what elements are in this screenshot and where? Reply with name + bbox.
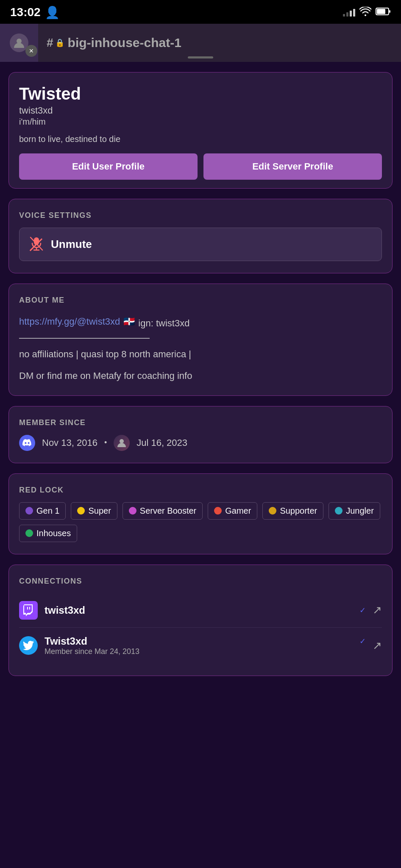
signal-bar-2 [346, 12, 348, 17]
external-link-icon[interactable]: ↗ [373, 604, 382, 617]
role-badge: Server Booster [123, 502, 203, 520]
role-color-dot [214, 507, 222, 515]
connection-username: Twist3xd [45, 635, 358, 647]
about-line1: no affiliations | quasi top 8 north amer… [19, 347, 382, 362]
member-since-section: MEMBER SINCE Nov 13, 2016 • Jul 16, 2023 [8, 406, 393, 463]
svg-rect-9 [29, 607, 30, 609]
muted-mic-icon [30, 236, 43, 252]
profile-pronouns: i'm/him [19, 117, 382, 127]
role-color-dot [129, 507, 136, 515]
member-since-label: MEMBER SINCE [19, 418, 382, 427]
role-color-dot [269, 507, 276, 515]
connection-info: twist3xd ✓ [45, 604, 366, 616]
roles-section: RED LOCK Gen 1 Super Server Booster Game… [8, 473, 393, 554]
server-icon [114, 435, 130, 451]
edit-user-profile-button[interactable]: Edit User Profile [19, 153, 198, 180]
person-icon: 👤 [45, 6, 60, 19]
role-label: Supporter [280, 506, 317, 516]
connection-info: Twist3xd ✓ Member since Mar 24, 2013 [45, 635, 366, 656]
flag-icon: 🇩🇴 [123, 316, 135, 327]
connection-username: twist3xd [45, 604, 358, 616]
role-badge: Jungler [329, 502, 380, 520]
time-display: 13:02 [10, 6, 41, 19]
profile-username: twist3xd [19, 105, 382, 116]
svg-rect-2 [389, 10, 390, 13]
channel-info: # 🔒 big-inhouse-chat-1 [38, 36, 401, 50]
role-badge: Supporter [262, 502, 323, 520]
roles-grid: Gen 1 Super Server Booster Gamer Support… [19, 502, 382, 542]
status-bar: 13:02 👤 [0, 0, 401, 24]
member-since-row: Nov 13, 2016 • Jul 16, 2023 [19, 435, 382, 451]
role-label: Server Booster [140, 506, 196, 516]
role-color-dot [25, 529, 33, 537]
channel-name-text: big-inhouse-chat-1 [68, 36, 181, 50]
about-me-label: ABOUT ME [19, 296, 382, 305]
svg-rect-10 [27, 607, 28, 609]
profile-action-buttons: Edit User Profile Edit Server Profile [19, 153, 382, 180]
date-separator: • [104, 438, 107, 447]
role-label: Gen 1 [36, 506, 59, 516]
edit-server-profile-button[interactable]: Edit Server Profile [203, 153, 382, 180]
channel-header: ✕ # 🔒 big-inhouse-chat-1 [0, 24, 401, 62]
role-color-dot [335, 507, 343, 515]
role-badge: Gamer [208, 502, 257, 520]
unmute-label: Unmute [51, 238, 92, 251]
verified-icon: ✓ [359, 637, 366, 646]
connections-label: CONNECTIONS [19, 577, 382, 586]
connections-list: twist3xd ✓ ↗ Twist3xd ✓ Member since Mar… [19, 593, 382, 664]
about-me-section: ABOUT ME https://mfy.gg/@twist3xd 🇩🇴 ign… [8, 284, 393, 396]
profile-card: Twisted twist3xd i'm/him born to live, d… [8, 72, 393, 189]
role-badge: Gen 1 [19, 502, 66, 520]
wifi-icon [359, 7, 371, 18]
channel-name-display: # 🔒 big-inhouse-chat-1 [47, 36, 393, 50]
signal-bar-1 [343, 14, 345, 17]
role-label: Inhouses [36, 529, 71, 538]
role-color-dot [77, 507, 85, 515]
connections-section: CONNECTIONS twist3xd ✓ ↗ Twist3xd [8, 565, 393, 676]
about-divider: —————————————— [19, 332, 382, 343]
hash-lock-icon: # 🔒 [47, 36, 64, 50]
server-join-date: Jul 16, 2023 [136, 437, 187, 448]
voice-settings-label: VOICE SETTINGS [19, 211, 382, 220]
role-label: Jungler [346, 506, 374, 516]
svg-point-8 [120, 439, 124, 443]
role-badge: Inhouses [19, 525, 77, 542]
profile-display-name: Twisted [19, 84, 382, 103]
unmute-button[interactable]: Unmute [19, 228, 382, 261]
verified-icon: ✓ [359, 606, 366, 615]
roles-label: RED LOCK [19, 486, 382, 495]
role-label: Super [88, 506, 111, 516]
about-me-content: https://mfy.gg/@twist3xd 🇩🇴 ign: twist3x… [19, 312, 382, 384]
drag-handle[interactable] [188, 56, 213, 58]
twitch-icon [19, 601, 38, 620]
close-button[interactable]: ✕ [25, 45, 37, 57]
voice-settings-section: VOICE SETTINGS Unmute [8, 199, 393, 273]
status-time-group: 13:02 👤 [10, 6, 60, 19]
discord-logo-icon [19, 435, 35, 451]
svg-rect-1 [377, 9, 385, 14]
status-icons [343, 7, 391, 18]
connection-item: twist3xd ✓ ↗ [19, 593, 382, 628]
profile-bio: born to live, destined to die [19, 134, 382, 144]
signal-bars [343, 8, 355, 17]
role-badge: Super [71, 502, 117, 520]
twitter-icon [19, 636, 38, 655]
battery-icon [376, 7, 391, 18]
connection-item: Twist3xd ✓ Member since Mar 24, 2013 ↗ [19, 628, 382, 664]
ign-text: ign: twist3xd [138, 316, 189, 331]
discord-join-date: Nov 13, 2016 [42, 437, 97, 448]
signal-bar-4 [353, 9, 355, 17]
role-color-dot [25, 507, 33, 515]
role-label: Gamer [225, 506, 251, 516]
about-line2: DM or find me on Metafy for coaching inf… [19, 368, 382, 383]
external-link-icon[interactable]: ↗ [373, 639, 382, 652]
metafy-link[interactable]: https://mfy.gg/@twist3xd [19, 316, 120, 327]
connection-sub: Member since Mar 24, 2013 [45, 647, 366, 656]
signal-bar-3 [350, 11, 352, 17]
